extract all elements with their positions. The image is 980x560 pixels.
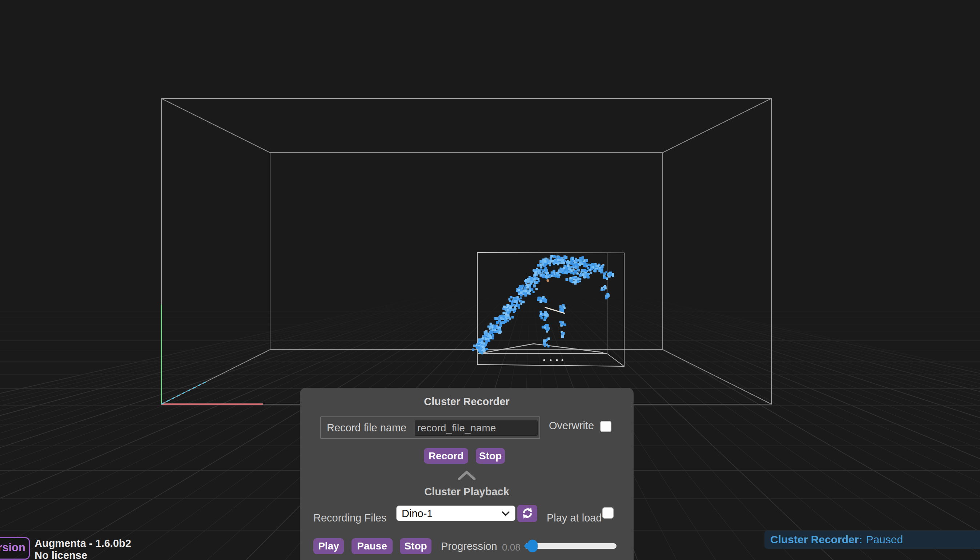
app-name-version: Augmenta - 1.6.0b2 bbox=[35, 537, 131, 550]
recording-files-label: Recording Files bbox=[313, 512, 387, 524]
refresh-recordings-button[interactable] bbox=[517, 505, 537, 522]
progression-value: 0.08 bbox=[502, 542, 520, 553]
record-file-label: Record file name bbox=[327, 417, 407, 438]
version-button[interactable]: Version bbox=[0, 537, 30, 560]
pause-button[interactable]: Pause bbox=[352, 538, 393, 554]
stop-record-button[interactable]: Stop bbox=[476, 448, 505, 464]
recorder-status-prefix: Cluster Recorder: bbox=[770, 533, 862, 545]
progression-slider-thumb[interactable] bbox=[527, 540, 538, 552]
recorder-status-bar: Cluster Recorder:Paused bbox=[765, 530, 980, 549]
recording-files-select[interactable]: Dino-1 bbox=[396, 505, 515, 521]
recorder-status-value: Paused bbox=[866, 533, 903, 545]
record-button[interactable]: Record bbox=[424, 448, 468, 464]
refresh-icon bbox=[521, 507, 534, 520]
stop-playback-button[interactable]: Stop bbox=[400, 538, 432, 554]
play-at-load-label: Play at load bbox=[547, 512, 602, 524]
play-at-load-checkbox[interactable] bbox=[602, 507, 613, 518]
record-file-group: Record file name bbox=[320, 417, 540, 439]
recording-files-value: Dino-1 bbox=[402, 508, 433, 519]
overwrite-label: Overwrite bbox=[549, 420, 594, 432]
overwrite-checkbox[interactable] bbox=[600, 421, 612, 432]
app-window: Cluster Recorder Record file name Overwr… bbox=[0, 0, 980, 560]
license-status: No license bbox=[35, 550, 131, 560]
panel-title: Cluster Recorder bbox=[300, 396, 633, 408]
collapse-chevron-up-icon[interactable] bbox=[458, 471, 475, 480]
app-info: Augmenta - 1.6.0b2 No license bbox=[35, 537, 131, 560]
playback-title: Cluster Playback bbox=[300, 486, 633, 498]
cluster-recorder-panel: Cluster Recorder Record file name Overwr… bbox=[300, 388, 633, 560]
chevron-down-icon bbox=[500, 509, 511, 518]
progression-slider[interactable] bbox=[525, 543, 617, 549]
progression-label: Progression bbox=[441, 540, 497, 552]
play-button[interactable]: Play bbox=[313, 538, 344, 554]
record-file-name-input[interactable] bbox=[415, 420, 538, 436]
